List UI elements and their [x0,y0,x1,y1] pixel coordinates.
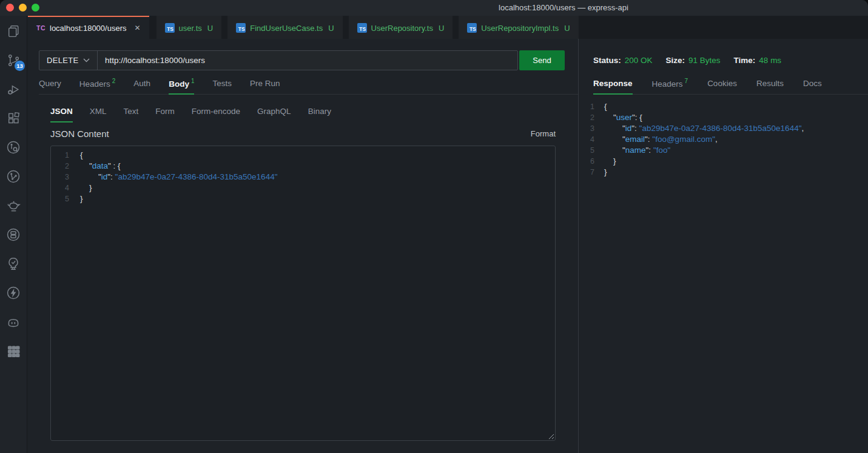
zoom-window-button[interactable] [32,4,39,12]
tab-text[interactable]: Text [124,107,139,122]
body-type-tabs: JSONXMLTextFormForm-encodeGraphQLBinary [50,103,542,122]
editor-tab[interactable]: TSUserRepositoryImpl.tsU [459,16,578,39]
line-number: 4 [51,183,69,193]
status-label: Status: [593,56,621,65]
activity-bar: 13 [0,16,27,453]
close-tab-icon[interactable]: ✕ [134,24,140,32]
editor-tab[interactable]: TClocalhost:18000/users✕ [28,16,149,39]
typescript-file-icon: TS [357,23,367,33]
line-number: 7 [579,167,594,178]
tab-form[interactable]: Form [155,107,175,122]
tab-pre-run[interactable]: Pre Run [250,79,280,95]
line-number: 2 [51,161,69,172]
run-and-debug-icon[interactable] [5,81,22,98]
request-bar: DELETE Send [39,50,565,70]
tab-tests[interactable]: Tests [212,79,232,95]
size-label: Size: [666,56,685,65]
explorer-icon[interactable] [5,22,22,39]
code-text: "data" : { [80,161,121,172]
tab-label: Binary [308,107,331,116]
typescript-file-icon: TS [467,23,477,33]
response-tabs: ResponseHeaders7CookiesResultsDocs [593,76,868,95]
tab-label: Auth [133,79,150,88]
code-text: } [80,193,83,204]
tab-label: Response [593,79,633,88]
tab-response[interactable]: Response [593,79,633,95]
editor-tab[interactable]: TSuser.tsU [156,16,222,39]
tab-headers[interactable]: Headers2 [79,78,116,95]
line-number: 4 [579,134,594,145]
editor-tab-strip: TClocalhost:18000/users✕TSuser.tsUTSFind… [28,16,868,39]
url-input[interactable] [98,51,517,70]
tab-form-encode[interactable]: Form-encode [192,107,240,122]
code-line: 4"email": "foo@gmail.com", [579,134,868,145]
window-controls [6,4,39,12]
editor-tab-label: localhost:18000/users [50,24,126,33]
git-graph-search-icon[interactable] [5,139,22,156]
send-button[interactable]: Send [519,50,565,70]
source-control-icon[interactable]: 13 [5,52,22,69]
thunder-client-icon[interactable] [5,284,22,301]
time-label: Time: [734,56,756,65]
minimize-window-button[interactable] [19,4,27,12]
tab-headers[interactable]: Headers7 [652,78,688,95]
line-number: 1 [51,150,69,161]
code-line: 3"id": "ab29b47e-0a27-4386-80d4-31b5a50e… [51,172,555,183]
tab-results[interactable]: Results [756,79,784,95]
tab-label: Docs [803,79,822,88]
copilot-icon[interactable] [5,314,22,331]
code-text: { [80,150,83,161]
method-dropdown[interactable]: DELETE [39,51,98,70]
response-status-row: Status: 200 OK Size: 91 Bytes Time: 48 m… [593,56,781,65]
editor-tab[interactable]: TSUserRepository.tsU [349,16,453,39]
database-icon[interactable] [5,226,22,243]
git-commits-icon[interactable] [5,168,22,185]
code-text: "id": "ab29b47e-0a27-4386-80d4-31b5a50e1… [80,172,277,183]
tab-label: Query [39,79,61,88]
code-line: 2"user": { [579,112,868,123]
tab-label: Tests [212,79,232,88]
resize-handle[interactable] [547,432,554,439]
genie-lamp-icon[interactable] [5,197,22,214]
tab-body[interactable]: Body1 [169,78,194,95]
code-text: { [604,101,607,112]
tab-auth[interactable]: Auth [133,79,150,95]
git-status-indicator: U [439,24,444,33]
app-grid-icon[interactable] [5,343,22,360]
line-number: 1 [579,101,594,112]
git-status-indicator: U [207,24,213,33]
tab-xml[interactable]: XML [90,107,107,122]
size-value: 91 Bytes [688,56,721,65]
code-line: 3"id": "ab29b47e-0a27-4386-80d4-31b5a50e… [579,123,868,134]
tab-graphql[interactable]: GraphQL [257,107,291,122]
line-number: 6 [579,156,594,167]
json-content-title: JSON Content [50,129,109,139]
response-body[interactable]: 1{2"user": {3"id": "ab29b47e-0a27-4386-8… [579,99,868,178]
tab-json[interactable]: JSON [50,107,73,122]
typescript-file-icon: TS [165,23,175,33]
tab-label: Form-encode [192,107,240,116]
editor-tab[interactable]: TSFindUserUseCase.tsU [227,16,342,39]
tab-cookies[interactable]: Cookies [707,79,737,95]
tab-label: GraphQL [257,107,291,116]
extensions-icon[interactable] [5,110,22,127]
editor-tab-label: UserRepository.ts [371,24,433,33]
test-tree-icon[interactable] [5,255,22,272]
line-number: 2 [579,112,594,123]
code-text: "name": "foo" [604,145,670,156]
code-line: 2"data" : { [51,161,555,172]
tab-label: Results [756,79,784,88]
typescript-file-icon: TS [236,23,246,33]
tab-label: Body [169,79,189,88]
tab-query[interactable]: Query [39,79,61,95]
title-bar: localhost:18000/users — express-api [0,0,868,16]
response-panel: Status: 200 OK Size: 91 Bytes Time: 48 m… [579,39,868,453]
code-text: "email": "foo@gmail.com", [604,134,718,145]
format-button[interactable]: Format [531,129,556,138]
tab-label: Cookies [707,79,737,88]
tab-binary[interactable]: Binary [308,107,331,122]
json-body-editor[interactable]: 1{2"data" : {3"id": "ab29b47e-0a27-4386-… [50,146,556,441]
source-control-badge: 13 [15,61,25,71]
close-window-button[interactable] [6,4,14,12]
tab-docs[interactable]: Docs [803,79,822,95]
